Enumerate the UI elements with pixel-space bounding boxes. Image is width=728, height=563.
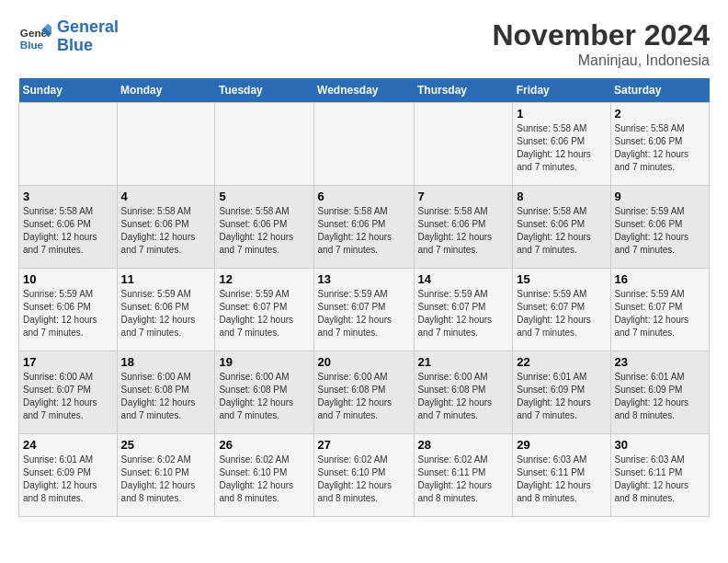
- calendar-cell: [313, 103, 414, 186]
- day-number: 22: [517, 355, 606, 369]
- day-info: Sunrise: 6:00 AM Sunset: 6:07 PM Dayligh…: [23, 371, 113, 422]
- day-number: 9: [615, 190, 706, 203]
- day-info: Sunrise: 6:02 AM Sunset: 6:10 PM Dayligh…: [318, 454, 410, 505]
- day-number: 15: [517, 272, 606, 286]
- day-number: 1: [517, 107, 606, 121]
- calendar-cell: 4Sunrise: 5:58 AM Sunset: 6:06 PM Daylig…: [117, 186, 215, 269]
- day-info: Sunrise: 5:59 AM Sunset: 6:07 PM Dayligh…: [517, 288, 606, 339]
- day-number: 17: [23, 355, 113, 369]
- logo-name: GeneralBlue: [57, 18, 119, 55]
- calendar-cell: [215, 103, 313, 186]
- day-number: 16: [615, 272, 706, 286]
- calendar-cell: 19Sunrise: 6:00 AM Sunset: 6:08 PM Dayli…: [215, 351, 313, 434]
- day-number: 4: [121, 190, 211, 203]
- day-number: 8: [517, 190, 606, 203]
- day-info: Sunrise: 5:59 AM Sunset: 6:07 PM Dayligh…: [318, 288, 410, 339]
- calendar-cell: 15Sunrise: 5:59 AM Sunset: 6:07 PM Dayli…: [513, 269, 610, 351]
- logo-icon: General Blue: [18, 20, 51, 53]
- day-info: Sunrise: 6:01 AM Sunset: 6:09 PM Dayligh…: [615, 371, 706, 422]
- calendar-cell: 12Sunrise: 5:59 AM Sunset: 6:07 PM Dayli…: [215, 269, 313, 351]
- day-number: 26: [219, 438, 309, 452]
- calendar-cell: 11Sunrise: 5:59 AM Sunset: 6:06 PM Dayli…: [117, 269, 215, 351]
- header-day: Tuesday: [215, 78, 313, 103]
- header-day: Friday: [513, 78, 610, 103]
- day-info: Sunrise: 5:58 AM Sunset: 6:06 PM Dayligh…: [517, 122, 606, 174]
- day-number: 28: [418, 438, 509, 452]
- calendar-cell: 16Sunrise: 5:59 AM Sunset: 6:07 PM Dayli…: [610, 269, 710, 351]
- day-number: 29: [517, 438, 606, 452]
- day-info: Sunrise: 5:58 AM Sunset: 6:06 PM Dayligh…: [121, 205, 211, 257]
- calendar-cell: [19, 103, 118, 186]
- day-info: Sunrise: 6:02 AM Sunset: 6:11 PM Dayligh…: [418, 454, 509, 505]
- calendar-cell: [117, 103, 215, 186]
- calendar-cell: 14Sunrise: 5:59 AM Sunset: 6:07 PM Dayli…: [414, 269, 513, 351]
- calendar-week: 24Sunrise: 6:01 AM Sunset: 6:09 PM Dayli…: [19, 434, 710, 517]
- day-number: 7: [418, 190, 509, 203]
- day-info: Sunrise: 6:00 AM Sunset: 6:08 PM Dayligh…: [418, 371, 509, 422]
- day-number: 20: [318, 355, 410, 369]
- day-number: 12: [219, 272, 309, 286]
- day-number: 10: [23, 272, 113, 286]
- day-number: 13: [318, 272, 410, 286]
- day-info: Sunrise: 5:59 AM Sunset: 6:07 PM Dayligh…: [219, 288, 309, 339]
- day-info: Sunrise: 5:58 AM Sunset: 6:06 PM Dayligh…: [318, 205, 410, 257]
- calendar-cell: 17Sunrise: 6:00 AM Sunset: 6:07 PM Dayli…: [19, 351, 118, 434]
- header-day: Saturday: [610, 78, 710, 103]
- calendar-cell: 1Sunrise: 5:58 AM Sunset: 6:06 PM Daylig…: [513, 103, 610, 186]
- header-row: SundayMondayTuesdayWednesdayThursdayFrid…: [19, 78, 710, 103]
- calendar-week: 3Sunrise: 5:58 AM Sunset: 6:06 PM Daylig…: [19, 186, 710, 269]
- day-number: 25: [121, 438, 211, 452]
- day-info: Sunrise: 5:58 AM Sunset: 6:06 PM Dayligh…: [615, 122, 706, 174]
- calendar-cell: 10Sunrise: 5:59 AM Sunset: 6:06 PM Dayli…: [19, 269, 118, 351]
- day-info: Sunrise: 6:01 AM Sunset: 6:09 PM Dayligh…: [23, 454, 113, 505]
- calendar-cell: 26Sunrise: 6:02 AM Sunset: 6:10 PM Dayli…: [215, 434, 313, 517]
- calendar-cell: 5Sunrise: 5:58 AM Sunset: 6:06 PM Daylig…: [215, 186, 313, 269]
- day-info: Sunrise: 5:59 AM Sunset: 6:06 PM Dayligh…: [615, 205, 706, 257]
- day-info: Sunrise: 6:03 AM Sunset: 6:11 PM Dayligh…: [517, 454, 606, 505]
- day-info: Sunrise: 6:00 AM Sunset: 6:08 PM Dayligh…: [121, 371, 211, 422]
- calendar-cell: 3Sunrise: 5:58 AM Sunset: 6:06 PM Daylig…: [19, 186, 118, 269]
- header-day: Thursday: [414, 78, 513, 103]
- calendar-cell: 13Sunrise: 5:59 AM Sunset: 6:07 PM Dayli…: [313, 269, 414, 351]
- calendar-week: 17Sunrise: 6:00 AM Sunset: 6:07 PM Dayli…: [19, 351, 710, 434]
- day-info: Sunrise: 5:58 AM Sunset: 6:06 PM Dayligh…: [517, 205, 606, 257]
- calendar-cell: 22Sunrise: 6:01 AM Sunset: 6:09 PM Dayli…: [513, 351, 610, 434]
- calendar-cell: 29Sunrise: 6:03 AM Sunset: 6:11 PM Dayli…: [513, 434, 610, 517]
- calendar-cell: 30Sunrise: 6:03 AM Sunset: 6:11 PM Dayli…: [610, 434, 710, 517]
- day-info: Sunrise: 5:59 AM Sunset: 6:07 PM Dayligh…: [418, 288, 509, 339]
- day-info: Sunrise: 5:59 AM Sunset: 6:06 PM Dayligh…: [121, 288, 211, 339]
- day-number: 5: [219, 190, 309, 203]
- day-info: Sunrise: 6:01 AM Sunset: 6:09 PM Dayligh…: [517, 371, 606, 422]
- calendar-cell: 8Sunrise: 5:58 AM Sunset: 6:06 PM Daylig…: [513, 186, 610, 269]
- calendar-cell: 23Sunrise: 6:01 AM Sunset: 6:09 PM Dayli…: [610, 351, 710, 434]
- calendar-cell: [414, 103, 513, 186]
- day-number: 3: [23, 190, 113, 203]
- header: General Blue GeneralBlue November 2024 M…: [18, 18, 710, 69]
- day-info: Sunrise: 5:58 AM Sunset: 6:06 PM Dayligh…: [23, 205, 113, 257]
- day-number: 30: [615, 438, 706, 452]
- day-info: Sunrise: 6:02 AM Sunset: 6:10 PM Dayligh…: [121, 454, 211, 505]
- day-number: 23: [615, 355, 706, 369]
- day-info: Sunrise: 6:03 AM Sunset: 6:11 PM Dayligh…: [615, 454, 706, 505]
- month-title: November 2024: [492, 18, 710, 52]
- svg-text:Blue: Blue: [20, 38, 44, 50]
- calendar-cell: 20Sunrise: 6:00 AM Sunset: 6:08 PM Dayli…: [313, 351, 414, 434]
- logo: General Blue GeneralBlue: [18, 18, 119, 55]
- header-day: Sunday: [19, 78, 118, 103]
- day-number: 14: [418, 272, 509, 286]
- day-info: Sunrise: 5:58 AM Sunset: 6:06 PM Dayligh…: [418, 205, 509, 257]
- day-number: 11: [121, 272, 211, 286]
- day-info: Sunrise: 5:59 AM Sunset: 6:07 PM Dayligh…: [615, 288, 706, 339]
- day-number: 18: [121, 355, 211, 369]
- title-area: November 2024 Maninjau, Indonesia: [492, 18, 710, 69]
- day-info: Sunrise: 5:59 AM Sunset: 6:06 PM Dayligh…: [23, 288, 113, 339]
- calendar-cell: 25Sunrise: 6:02 AM Sunset: 6:10 PM Dayli…: [117, 434, 215, 517]
- day-number: 2: [615, 107, 706, 121]
- calendar-week: 10Sunrise: 5:59 AM Sunset: 6:06 PM Dayli…: [19, 269, 710, 351]
- day-info: Sunrise: 6:00 AM Sunset: 6:08 PM Dayligh…: [219, 371, 309, 422]
- calendar-cell: 24Sunrise: 6:01 AM Sunset: 6:09 PM Dayli…: [19, 434, 118, 517]
- calendar-cell: 27Sunrise: 6:02 AM Sunset: 6:10 PM Dayli…: [313, 434, 414, 517]
- calendar-cell: 6Sunrise: 5:58 AM Sunset: 6:06 PM Daylig…: [313, 186, 414, 269]
- calendar-cell: 18Sunrise: 6:00 AM Sunset: 6:08 PM Dayli…: [117, 351, 215, 434]
- calendar-cell: 2Sunrise: 5:58 AM Sunset: 6:06 PM Daylig…: [610, 103, 710, 186]
